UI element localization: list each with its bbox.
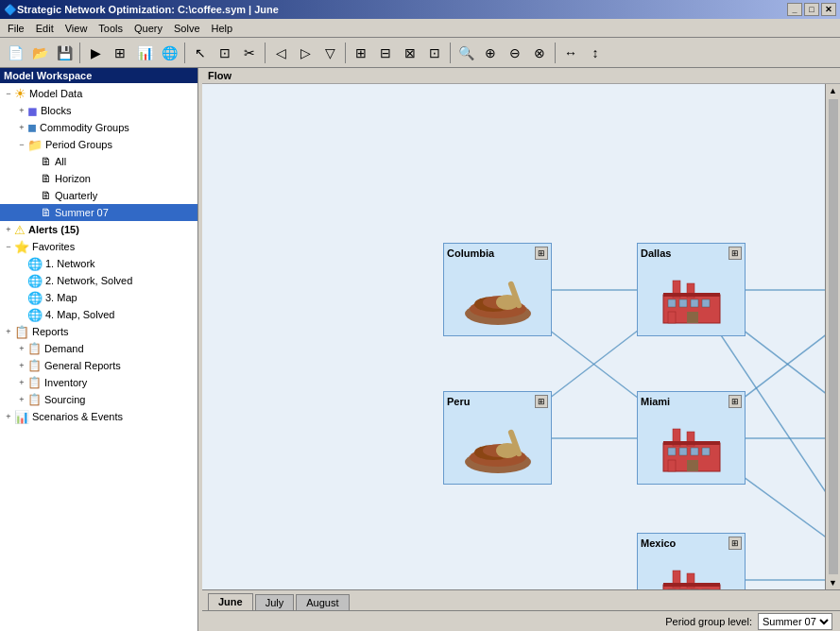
svg-rect-33	[668, 448, 676, 455]
scroll-up[interactable]: ▲	[827, 84, 839, 97]
globe-button[interactable]: 🌐	[158, 42, 180, 64]
tree-label-reports: Reports	[32, 326, 69, 337]
svg-rect-38	[687, 460, 698, 471]
node-dallas[interactable]: Dallas ⊞	[637, 243, 746, 336]
tab-august[interactable]: August	[296, 594, 349, 610]
svg-rect-8	[668, 299, 676, 307]
vertical-scrollbar[interactable]: ▲▼	[825, 84, 840, 589]
menu-help[interactable]: Help	[206, 21, 239, 36]
canvas-area[interactable]: Columbia ⊞ Dallas ⊞	[202, 84, 840, 589]
lasso-button[interactable]: ⊡	[214, 42, 236, 64]
node-expand-mexico[interactable]: ⊞	[729, 537, 742, 550]
node-expand-columbia[interactable]: ⊞	[535, 247, 548, 260]
zoom-out[interactable]: ⊖	[504, 42, 526, 64]
tree-label-map3: 3. Map	[45, 292, 77, 303]
left-arrow[interactable]: ◁	[269, 42, 292, 64]
tree-item-map4[interactable]: 🌐4. Map, Solved	[0, 306, 197, 323]
maximize-button[interactable]: □	[804, 3, 819, 16]
zoom-in[interactable]: 🔍	[454, 42, 477, 64]
menubar: FileEditViewToolsQuerySolveHelp	[0, 19, 840, 38]
tree-label-inventory: Inventory	[44, 377, 87, 388]
node-expand-miami[interactable]: ⊞	[729, 395, 742, 408]
chart-button[interactable]: 📊	[133, 42, 156, 64]
select-button[interactable]: ↖	[189, 42, 212, 64]
tool1[interactable]: ⊞	[350, 42, 372, 64]
tree-item-blocks[interactable]: +◼Blocks	[0, 102, 197, 119]
tree-item-quarterly[interactable]: 🗎Quarterly	[0, 187, 197, 204]
zoom-in2[interactable]: ⊕	[479, 42, 502, 64]
tree-label-model-data: Model Data	[29, 88, 82, 99]
open-button[interactable]: 📂	[28, 42, 51, 64]
zoom-fit[interactable]: ⊗	[528, 42, 551, 64]
tree-item-period-groups[interactable]: −📁Period Groups	[0, 136, 197, 153]
tree-item-inventory[interactable]: +📋Inventory	[0, 374, 197, 391]
node-label-peru: Peru	[447, 396, 470, 407]
tree-item-network2[interactable]: 🌐2. Network, Solved	[0, 272, 197, 289]
node-miami[interactable]: Miami ⊞	[637, 391, 746, 485]
tree-label-scenarios: Scenarios & Events	[32, 411, 123, 422]
minimize-button[interactable]: _	[787, 3, 802, 16]
tool2[interactable]: ⊟	[374, 42, 397, 64]
bottom-tabs: JuneJulyAugust	[202, 589, 840, 610]
node-label-mexico: Mexico	[641, 537, 676, 549]
tree-label-demand: Demand	[44, 343, 84, 354]
tree-item-horizon[interactable]: 🗎Horizon	[0, 170, 197, 187]
svg-rect-11	[702, 299, 710, 307]
tree-item-general-reports[interactable]: +📋General Reports	[0, 357, 197, 374]
scroll-down[interactable]: ▼	[827, 576, 839, 589]
menu-edit[interactable]: Edit	[30, 21, 60, 36]
menu-solve[interactable]: Solve	[168, 21, 206, 36]
app-title: Strategic Network Optimization: C:\coffe…	[17, 4, 279, 15]
node-peru[interactable]: Peru ⊞	[443, 391, 552, 485]
node-header-miami: Miami ⊞	[641, 395, 742, 408]
node-expand-dallas[interactable]: ⊞	[729, 247, 742, 260]
tree-label-horizon: Horizon	[55, 173, 91, 184]
cut-button[interactable]: ✂	[238, 42, 261, 64]
menu-file[interactable]: File	[2, 21, 30, 36]
tree-label-map4: 4. Map, Solved	[45, 309, 114, 320]
tree-label-period-groups: Period Groups	[45, 139, 112, 150]
run-button[interactable]: ▶	[84, 42, 107, 64]
node-image-mexico	[641, 552, 742, 589]
menu-view[interactable]: View	[60, 21, 94, 36]
tree-item-sourcing[interactable]: +📋Sourcing	[0, 391, 197, 408]
tree-label-network1: 1. Network	[45, 258, 95, 269]
tree-item-reports[interactable]: +📋Reports	[0, 323, 197, 340]
tree-item-all[interactable]: 🗎All	[0, 153, 197, 170]
new-button[interactable]: 📄	[4, 42, 26, 64]
node-columbia[interactable]: Columbia ⊞	[443, 243, 552, 336]
node-header-peru: Peru ⊞	[447, 395, 548, 408]
main-area: Model Workspace −☀Model Data+◼Blocks+◼Co…	[0, 68, 840, 631]
menu-query[interactable]: Query	[129, 21, 168, 36]
down-arrow[interactable]: ▽	[318, 42, 341, 64]
tree-item-commodity-groups[interactable]: +◼Commodity Groups	[0, 119, 197, 136]
tree-item-alerts[interactable]: +⚠Alerts (15)	[0, 221, 197, 238]
tree-item-favorites[interactable]: −⭐Favorites	[0, 238, 197, 255]
menu-tools[interactable]: Tools	[93, 21, 129, 36]
tree-item-map3[interactable]: 🌐3. Map	[0, 289, 197, 306]
tool4[interactable]: ⊡	[423, 42, 446, 64]
layout1[interactable]: ↔	[559, 42, 582, 64]
node-expand-peru[interactable]: ⊞	[535, 395, 548, 408]
workspace-header: Model Workspace	[0, 68, 197, 83]
table-button[interactable]: ⊞	[109, 42, 131, 64]
svg-rect-10	[691, 299, 698, 307]
tree-container[interactable]: −☀Model Data+◼Blocks+◼Commodity Groups−📁…	[0, 83, 197, 631]
tree-label-commodity-groups: Commodity Groups	[40, 122, 129, 133]
period-group-select[interactable]: Summer 07QuarterlyHorizonAll	[758, 613, 832, 630]
tree-item-network1[interactable]: 🌐1. Network	[0, 255, 197, 272]
tab-july[interactable]: July	[255, 594, 295, 610]
tab-june[interactable]: June	[208, 593, 253, 610]
period-group-label: Period group level:	[665, 616, 752, 627]
tool3[interactable]: ⊠	[399, 42, 421, 64]
right-arrow[interactable]: ▷	[294, 42, 317, 64]
close-button[interactable]: ✕	[821, 3, 836, 16]
save-button[interactable]: 💾	[53, 42, 76, 64]
layout2[interactable]: ↕	[584, 42, 607, 64]
node-mexico[interactable]: Mexico ⊞	[637, 533, 746, 589]
tree-item-summer07[interactable]: 🗎Summer 07	[0, 204, 197, 221]
tree-item-demand[interactable]: +📋Demand	[0, 340, 197, 357]
tree-item-scenarios[interactable]: +📊Scenarios & Events	[0, 408, 197, 425]
tree-item-model-data[interactable]: −☀Model Data	[0, 85, 197, 102]
svg-rect-60	[663, 583, 720, 587]
